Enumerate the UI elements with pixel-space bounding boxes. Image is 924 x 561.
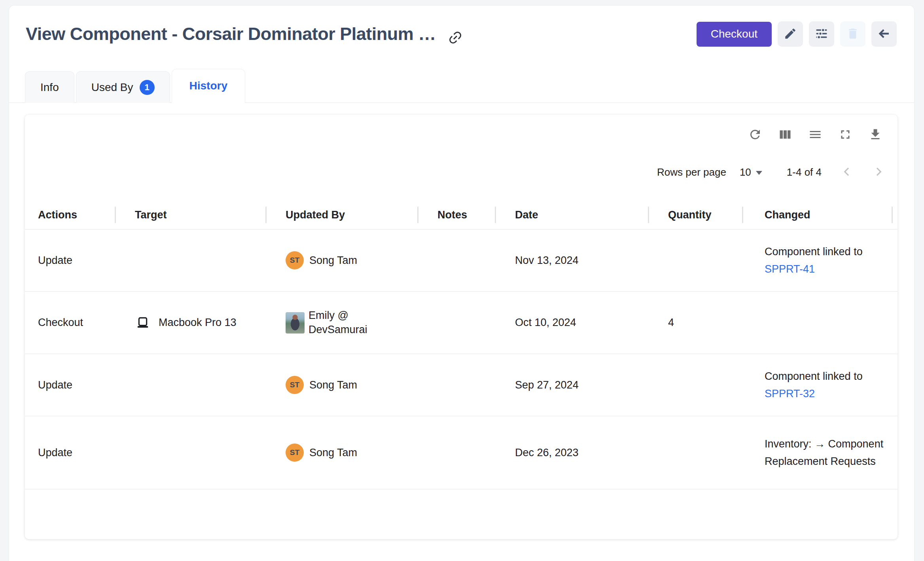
columns-icon	[778, 127, 792, 143]
changed-description: Inventory: → Component Replacement Reque…	[765, 435, 888, 470]
table-row: Checkout Macbook Pro 13 Emily @ DevSamur…	[25, 292, 897, 354]
download-icon	[868, 127, 882, 143]
refresh-button[interactable]	[748, 127, 762, 143]
rows-per-page-select[interactable]: 10	[740, 166, 762, 178]
table-row: Update ST Song Tam Sep 27, 2024 Componen…	[25, 354, 897, 416]
cell-date: Oct 10, 2024	[496, 317, 649, 329]
avatar-photo	[286, 312, 305, 334]
used-by-count-badge: 1	[140, 80, 155, 95]
column-header-changed[interactable]: Changed	[743, 201, 897, 229]
column-header-actions[interactable]: Actions	[25, 201, 116, 229]
cell-target: Macbook Pro 13	[116, 315, 267, 331]
history-table-card: Rows per page 10 1-4 of 4 Actions Target…	[25, 115, 897, 539]
table-header-row: Actions Target Updated By Notes Date Qua…	[25, 201, 897, 229]
cell-date: Sep 27, 2024	[496, 379, 649, 391]
main-panel: View Component - Corsair Dominator Plati…	[9, 5, 915, 561]
cell-quantity: 4	[649, 317, 743, 329]
cell-changed: Inventory: → Component Replacement Reque…	[743, 435, 897, 470]
density-icon	[808, 127, 822, 143]
table-empty-space	[25, 489, 897, 539]
table-row: Update ST Song Tam Dec 26, 2023 Inventor…	[25, 416, 897, 489]
updated-by-name: Song Tam	[309, 447, 357, 459]
cell-updated-by: ST Song Tam	[267, 376, 418, 394]
column-header-date[interactable]: Date	[496, 201, 649, 229]
grid-toolbar	[25, 115, 897, 143]
permalink-icon[interactable]	[448, 30, 463, 45]
avatar: ST	[286, 443, 304, 462]
column-header-notes[interactable]: Notes	[418, 201, 496, 229]
changed-link[interactable]: SPPRT-32	[765, 388, 815, 400]
settings-button[interactable]	[809, 21, 834, 47]
cell-action: Update	[25, 447, 116, 459]
page-title: View Component - Corsair Dominator Plati…	[26, 24, 436, 44]
columns-button[interactable]	[778, 127, 792, 143]
cell-updated-by: ST Song Tam	[267, 443, 418, 462]
table-row: Update ST Song Tam Nov 13, 2024 Componen…	[25, 229, 897, 292]
chevron-left-icon	[841, 165, 853, 179]
back-button[interactable]	[871, 21, 897, 47]
tab-bar: Info Used By 1 History	[9, 69, 914, 103]
grid-pagination: Rows per page 10 1-4 of 4	[25, 143, 897, 181]
laptop-icon	[135, 315, 151, 331]
tab-history[interactable]: History	[172, 69, 245, 103]
cell-changed: Component linked to SPPRT-41	[743, 243, 897, 278]
tab-used-by-label: Used By	[91, 81, 133, 94]
delete-button[interactable]	[840, 21, 865, 47]
page-header: View Component - Corsair Dominator Plati…	[9, 6, 914, 47]
fullscreen-icon	[838, 127, 852, 143]
updated-by-name: Emily @ DevSamurai	[309, 309, 368, 337]
fullscreen-button[interactable]	[838, 127, 852, 143]
rows-per-page-label: Rows per page	[657, 166, 726, 178]
pagination-range: 1-4 of 4	[787, 166, 822, 178]
column-header-quantity[interactable]: Quantity	[649, 201, 743, 229]
cell-date: Dec 26, 2023	[496, 447, 649, 459]
caret-down-icon	[756, 171, 762, 175]
changed-description: Component linked to	[765, 370, 863, 382]
pencil-icon	[784, 27, 797, 42]
cell-action: Update	[25, 254, 116, 267]
tab-history-label: History	[189, 80, 227, 92]
density-button[interactable]	[808, 127, 822, 143]
cell-action: Update	[25, 379, 116, 391]
sliders-icon	[814, 27, 829, 42]
cell-changed: Component linked to SPPRT-32	[743, 368, 897, 402]
refresh-icon	[748, 127, 762, 143]
avatar: ST	[286, 251, 304, 269]
cell-action: Checkout	[25, 317, 116, 329]
updated-by-name: Song Tam	[309, 379, 357, 391]
cell-updated-by: ST Song Tam	[267, 251, 418, 269]
avatar: ST	[286, 376, 304, 394]
changed-description: Component linked to	[765, 246, 863, 258]
column-header-target[interactable]: Target	[116, 201, 267, 229]
cell-date: Nov 13, 2024	[496, 254, 649, 267]
tab-info-label: Info	[40, 81, 59, 94]
chevron-right-icon	[872, 165, 885, 179]
target-name: Macbook Pro 13	[159, 317, 237, 329]
download-button[interactable]	[868, 127, 882, 143]
checkout-button[interactable]: Checkout	[697, 22, 772, 47]
trash-icon	[846, 27, 860, 42]
edit-button[interactable]	[778, 21, 803, 47]
tab-used-by[interactable]: Used By 1	[76, 71, 170, 103]
header-actions: Checkout	[697, 21, 897, 47]
updated-by-name: Song Tam	[309, 254, 357, 267]
next-page-button[interactable]	[870, 163, 887, 181]
changed-link[interactable]: SPPRT-41	[765, 263, 815, 275]
previous-page-button[interactable]	[838, 163, 856, 181]
column-header-updated-by[interactable]: Updated By	[267, 201, 418, 229]
cell-updated-by: Emily @ DevSamurai	[267, 309, 418, 337]
rows-per-page-value: 10	[740, 166, 751, 178]
tab-info[interactable]: Info	[25, 71, 74, 103]
arrow-left-icon	[877, 27, 891, 42]
